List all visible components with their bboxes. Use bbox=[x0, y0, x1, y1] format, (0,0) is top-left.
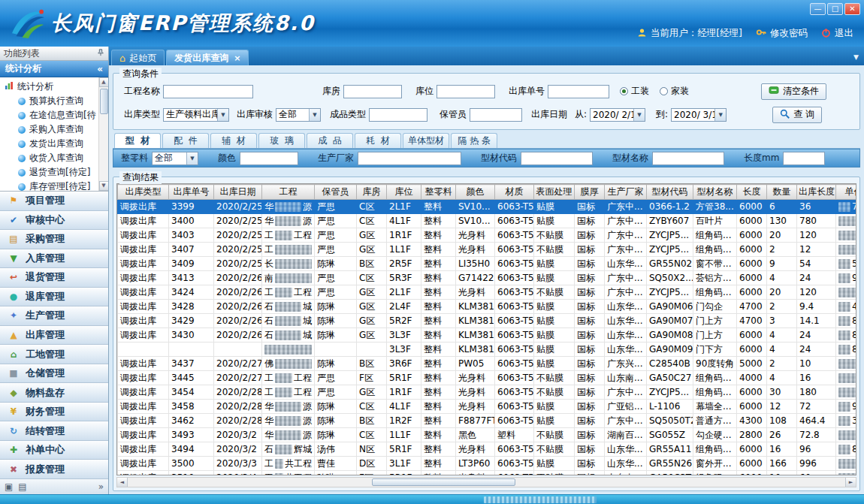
column-header[interactable]: 出库日期 bbox=[214, 185, 262, 200]
table-row[interactable]: 调拨出库34372020/2/27佛陈琳B区3R6F整料PW056063-T5贴… bbox=[118, 357, 857, 371]
change-password-link[interactable]: 修改密码 bbox=[756, 27, 808, 40]
table-row[interactable]: 调拨出库34092020/2/25长陈琳B区2R5F整料LI35H06063-T… bbox=[118, 257, 857, 271]
column-header[interactable]: 出库类型 bbox=[118, 185, 169, 200]
sidebar-menu-item[interactable]: ⚑项目管理 bbox=[0, 192, 108, 211]
table-row[interactable]: 调拨出库34072020/2/25工严思G区1L1F整料光身料6063-T5不贴… bbox=[118, 243, 857, 257]
column-header[interactable]: 型材代码 bbox=[647, 185, 693, 200]
sidebar-menu-item[interactable]: ●退库管理 bbox=[0, 288, 108, 307]
color-input[interactable] bbox=[240, 152, 298, 165]
sidebar-menu-item[interactable]: ✚补单中心 bbox=[0, 441, 108, 460]
sidebar-menu-item[interactable]: ↻结转管理 bbox=[0, 421, 108, 441]
material-tab[interactable]: 单体型材 bbox=[403, 133, 449, 148]
table-row[interactable]: 调拨出库35002020/3/3工共工程曹佳D区3L1F整料LT3P606063… bbox=[118, 457, 857, 471]
radio-gongzhuang[interactable]: 工装 bbox=[620, 85, 649, 98]
close-window-button[interactable]: ✕ bbox=[844, 3, 860, 15]
column-header[interactable]: 型材名称 bbox=[693, 185, 737, 200]
hscroll-track[interactable] bbox=[128, 478, 845, 487]
close-tab-icon[interactable]: × bbox=[234, 53, 240, 63]
table-row[interactable]: 调拨出库34292020/2/26石城陈琳G区5R2F整料KLM38176063… bbox=[118, 314, 857, 328]
outbound-type-select[interactable]: 生产领料出库 ▼ bbox=[163, 108, 229, 122]
zhengling-select[interactable]: 全部 ▼ bbox=[152, 152, 198, 165]
scrollbar-thumb[interactable] bbox=[100, 89, 108, 114]
tree-scrollbar[interactable]: ▲ ▼ bbox=[98, 77, 108, 191]
tree-item[interactable]: 采购入库查询 bbox=[0, 122, 108, 137]
sidebar-menu-item[interactable]: ¥财务管理 bbox=[0, 403, 108, 422]
logout-button[interactable]: 退出 bbox=[821, 27, 853, 40]
warehouse-input[interactable] bbox=[343, 85, 402, 98]
sidebar-menu-item[interactable]: ↩退货管理 bbox=[0, 268, 108, 288]
material-tab[interactable]: 成 品 bbox=[307, 133, 353, 148]
minimize-button[interactable]: — bbox=[810, 3, 826, 15]
column-header[interactable]: 保管员 bbox=[315, 185, 357, 200]
scroll-up-icon[interactable]: ▲ bbox=[99, 77, 109, 87]
radio-jiazhuang[interactable]: 家装 bbox=[660, 85, 689, 98]
view-list-icon[interactable]: ▤ bbox=[18, 481, 26, 492]
column-header[interactable]: 库位 bbox=[387, 185, 421, 200]
manufacturer-input[interactable] bbox=[358, 152, 461, 165]
profile-name-input[interactable] bbox=[652, 152, 724, 165]
column-header[interactable]: 表面处理 bbox=[534, 185, 575, 200]
tree-root[interactable]: 统计分析 bbox=[0, 80, 108, 94]
column-header[interactable]: 出库单号 bbox=[169, 185, 214, 200]
order-no-input[interactable] bbox=[548, 85, 609, 98]
length-input[interactable] bbox=[783, 152, 825, 165]
column-header[interactable]: 长度 bbox=[737, 185, 767, 200]
sidebar-menu-item[interactable]: ✖报废管理 bbox=[0, 460, 108, 479]
table-row[interactable]: 调拨出库34032020/2/25工工程严思G区1R1F整料光身料6063-T5… bbox=[118, 228, 857, 243]
location-input[interactable] bbox=[437, 85, 495, 98]
table-row[interactable]: 调拨出库34932020/3/2华源陈琳C区1L1F整料黑色塑料不贴膜国标湖南百… bbox=[118, 428, 857, 442]
column-header[interactable]: 单价 bbox=[836, 185, 857, 200]
tree-item[interactable]: 退货查询[待定] bbox=[0, 165, 108, 180]
profile-code-input[interactable] bbox=[521, 152, 593, 165]
column-header[interactable]: 颜色 bbox=[456, 185, 495, 200]
scroll-right-icon[interactable]: ► bbox=[845, 478, 856, 487]
table-row[interactable]: 调拨出库35102020/3/4工共工程陈琳F区5R1F整料光身料6063-T5… bbox=[118, 471, 857, 476]
column-header[interactable]: 膜厚 bbox=[575, 185, 605, 200]
date-to-picker[interactable]: 2020/ 3/16 ▼ bbox=[671, 108, 727, 122]
sidebar-menu-item[interactable]: ▤采购管理 bbox=[0, 230, 108, 249]
table-row[interactable]: 调拨出库34542020/2/28工工程严思G区1R1F整料光身料6063-T5… bbox=[118, 385, 857, 400]
sidebar-menu-item[interactable]: ■仓储管理 bbox=[0, 364, 108, 384]
tree-item[interactable]: 发货出库查询 bbox=[0, 137, 108, 151]
table-row[interactable]: 调拨出库34452020/2/27工工程严思F区5R1F整料光身料6063-T5… bbox=[118, 371, 857, 385]
table-row[interactable]: 调拨出库34942020/3/2石辉城汤伟N区5R1F整料光身料6063-T5不… bbox=[118, 442, 857, 457]
table-row[interactable]: 调拨出库34282020/2/26石城陈琳G区2L4F整料KLM38176063… bbox=[118, 300, 857, 314]
more-options-icon[interactable]: » bbox=[98, 481, 104, 492]
hscroll-thumb[interactable] bbox=[372, 478, 515, 486]
column-header[interactable]: 整零料 bbox=[421, 185, 456, 200]
table-row[interactable]: 调拨出库34242020/2/26工工程严思G区2L1F整料光身料6063-T5… bbox=[118, 285, 857, 300]
tree-item[interactable]: 预算执行查询 bbox=[0, 94, 108, 108]
tab-list-dropdown-icon[interactable]: ▼ bbox=[853, 53, 859, 61]
date-from-picker[interactable]: 2020/ 2/16 ▼ bbox=[590, 108, 645, 122]
table-row[interactable]: 3L3F整料KLM38176063-T5贴膜国标山东华...GA90M09...… bbox=[118, 343, 857, 357]
sidebar-menu-item[interactable]: ▼入库管理 bbox=[0, 249, 108, 269]
collapse-icon[interactable]: « bbox=[97, 64, 103, 74]
keeper-input[interactable] bbox=[470, 108, 522, 122]
material-tab[interactable]: 隔 热 条 bbox=[451, 133, 497, 148]
sidebar-menu-item[interactable]: ✔审核中心 bbox=[0, 211, 108, 231]
scroll-left-icon[interactable]: ◄ bbox=[117, 478, 128, 487]
audit-select[interactable]: 全部 ▼ bbox=[276, 108, 321, 122]
sidebar-menu-item[interactable]: ◆物料盘存 bbox=[0, 383, 108, 403]
table-row[interactable]: 调拨出库34622020/2/28华源陈琳B区1R2F整料F8877FT6063… bbox=[118, 414, 857, 428]
product-type-input[interactable] bbox=[369, 108, 427, 122]
sidebar-menu-item[interactable]: ⌂工地管理 bbox=[0, 345, 108, 364]
column-header[interactable]: 工程 bbox=[262, 185, 315, 200]
sidebar-menu-item[interactable]: ✦生产管理 bbox=[0, 306, 108, 326]
material-tab[interactable]: 耗 材 bbox=[355, 133, 401, 148]
table-row[interactable]: 调拨出库34302020/2/26石城陈琳G区3L3F整料KLM38176063… bbox=[118, 328, 857, 343]
maximize-button[interactable]: □ bbox=[827, 3, 843, 15]
material-tab[interactable]: 型 材 bbox=[114, 133, 161, 148]
material-tab[interactable]: 玻 璃 bbox=[258, 133, 305, 148]
column-header[interactable]: 材质 bbox=[495, 185, 534, 200]
tab-shipping-outbound-query[interactable]: 发货出库查询 × bbox=[166, 50, 249, 65]
sidebar-menu-item[interactable]: ▲出库管理 bbox=[0, 326, 108, 346]
table-row[interactable]: 调拨出库34002020/2/25华源严思C区4L1F整料SV10...6063… bbox=[118, 214, 857, 228]
table-row[interactable]: 调拨出库34132020/2/26南严思C区5R3F整料G714226063-T… bbox=[118, 271, 857, 285]
material-tab[interactable]: 辅 材 bbox=[210, 133, 257, 148]
sidebar-group-header[interactable]: 统计分析 « bbox=[0, 61, 108, 77]
project-name-input[interactable] bbox=[163, 85, 253, 98]
table-row[interactable]: 调拨出库33992020/2/25华源严思C区2L1F整料SV10...6063… bbox=[118, 200, 857, 214]
column-header[interactable]: 数量 bbox=[767, 185, 797, 200]
tree-item[interactable]: 收货入库查询 bbox=[0, 151, 108, 165]
